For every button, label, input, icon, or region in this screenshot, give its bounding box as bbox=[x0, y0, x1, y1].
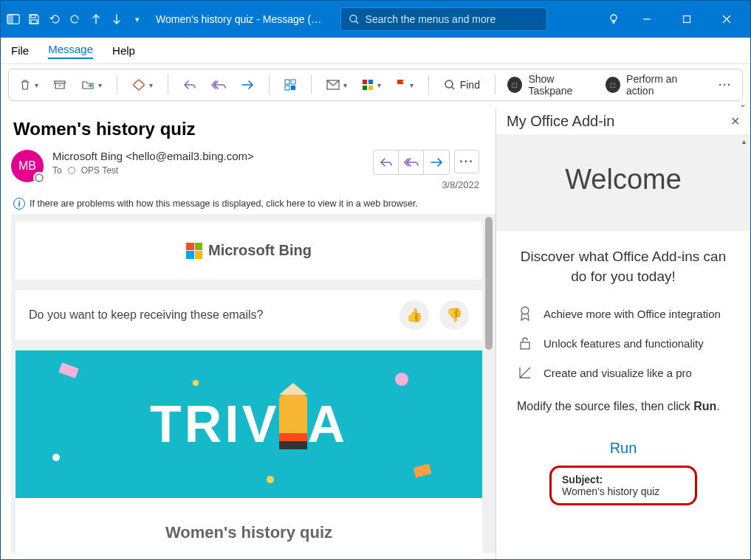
svg-rect-11 bbox=[285, 86, 289, 90]
search-icon bbox=[349, 13, 360, 25]
feature-text: Achieve more with Office integration bbox=[543, 308, 721, 320]
ribbon-collapse-icon[interactable]: ⌄ bbox=[739, 99, 747, 109]
info-bar[interactable]: i If there are problems with how this me… bbox=[13, 198, 495, 210]
addin-badge-icon: ⬚ bbox=[606, 77, 621, 93]
svg-rect-7 bbox=[684, 16, 690, 23]
reply-button[interactable] bbox=[180, 77, 199, 93]
keep-receiving-text: Do you want to keep receiving these emai… bbox=[29, 308, 264, 322]
taskpane-close-button[interactable]: ✕ bbox=[730, 114, 740, 128]
modify-instruction: Modify the source files, then click Run. bbox=[517, 400, 730, 413]
svg-rect-16 bbox=[363, 86, 367, 90]
email-date: 3/8/2022 bbox=[442, 179, 479, 190]
scrollbar-thumb[interactable] bbox=[485, 217, 493, 350]
feature-item: Achieve more with Office integration bbox=[517, 305, 730, 322]
subject-label: Subject: bbox=[562, 474, 685, 485]
arrow-up-icon[interactable] bbox=[89, 13, 103, 26]
ribbon: ▾ ▾ ▾ ▾ ▾ ▾ Find ⬚ Show Taskpane ⬚ bbox=[8, 69, 743, 101]
qat-customize-icon[interactable]: ▾ bbox=[131, 13, 144, 26]
svg-rect-14 bbox=[363, 80, 367, 84]
email-body: Microsoft Bing Do you want to keep recei… bbox=[11, 214, 495, 553]
bing-logo: Microsoft Bing bbox=[29, 232, 469, 269]
run-button[interactable]: Run bbox=[517, 440, 730, 457]
report-button[interactable]: ▾ bbox=[129, 75, 156, 94]
feature-text: Unlock features and functionality bbox=[543, 337, 704, 350]
move-button[interactable]: ▾ bbox=[78, 76, 105, 94]
flag-button[interactable]: ▾ bbox=[393, 76, 416, 94]
quiz-title: Women's history quiz bbox=[29, 508, 469, 553]
scroll-up-icon[interactable]: ▴ bbox=[738, 137, 749, 148]
svg-rect-8 bbox=[55, 81, 65, 83]
sender-avatar[interactable]: MB bbox=[11, 150, 44, 182]
redo-icon[interactable] bbox=[69, 13, 82, 26]
svg-point-18 bbox=[445, 80, 453, 88]
perform-action-button[interactable]: ⬚ Perform an action bbox=[606, 73, 703, 97]
trivia-logo: TRIVA bbox=[150, 395, 348, 454]
svg-rect-9 bbox=[285, 80, 289, 84]
to-value: OPS Test bbox=[81, 165, 118, 176]
microsoft-logo-icon bbox=[186, 243, 202, 259]
menu-message[interactable]: Message bbox=[48, 43, 93, 59]
trivia-banner: TRIVA bbox=[16, 350, 482, 498]
mark-unread-button[interactable]: ▾ bbox=[323, 77, 350, 93]
svg-rect-15 bbox=[368, 80, 373, 84]
search-box[interactable] bbox=[340, 7, 547, 31]
archive-button[interactable] bbox=[50, 76, 69, 94]
svg-rect-10 bbox=[291, 80, 295, 84]
info-bar-text: If there are problems with how this mess… bbox=[30, 198, 418, 209]
minimize-button[interactable] bbox=[634, 7, 660, 31]
addin-badge-icon: ⬚ bbox=[507, 77, 523, 93]
svg-point-5 bbox=[611, 15, 617, 21]
svg-rect-2 bbox=[31, 15, 35, 18]
header-reply-all-button[interactable] bbox=[399, 151, 424, 174]
lightbulb-icon[interactable] bbox=[607, 13, 620, 26]
undo-icon[interactable] bbox=[48, 13, 61, 26]
taskpane: My Office Add-in ✕ ▴ Welcome Discover wh… bbox=[495, 108, 750, 560]
header-more-button[interactable]: ··· bbox=[454, 150, 479, 173]
feature-text: Create and visualize like a pro bbox=[543, 367, 692, 379]
title-bar: ▾ Women's history quiz - Message (HT... bbox=[1, 1, 750, 38]
show-taskpane-label: Show Taskpane bbox=[528, 73, 596, 97]
design-icon bbox=[517, 364, 533, 381]
save-icon[interactable] bbox=[27, 13, 41, 26]
presence-icon bbox=[68, 167, 75, 174]
maximize-button[interactable] bbox=[673, 7, 700, 31]
menu-bar: File Message Help bbox=[1, 38, 750, 64]
categorize-button[interactable]: ▾ bbox=[359, 76, 384, 94]
reading-pane: Women's history quiz MB Microsoft Bing <… bbox=[1, 108, 495, 560]
menu-file[interactable]: File bbox=[11, 44, 29, 57]
welcome-heading: Welcome bbox=[496, 134, 750, 231]
thumbs-down-button[interactable]: 👎 bbox=[439, 300, 469, 330]
show-taskpane-button[interactable]: ⬚ Show Taskpane bbox=[507, 73, 597, 97]
svg-rect-1 bbox=[7, 15, 13, 24]
window-title: Women's history quiz - Message (HT... bbox=[156, 13, 326, 25]
info-icon: i bbox=[13, 198, 25, 210]
email-subject: Women's history quiz bbox=[13, 119, 495, 139]
find-button[interactable]: Find bbox=[441, 76, 483, 94]
reply-all-button[interactable] bbox=[208, 77, 229, 93]
feature-item: Create and visualize like a pro bbox=[517, 364, 730, 381]
more-commands-button[interactable]: ··· bbox=[716, 76, 735, 94]
menu-help[interactable]: Help bbox=[112, 44, 135, 57]
close-button[interactable] bbox=[713, 7, 740, 31]
feature-item: Unlock features and functionality bbox=[517, 335, 730, 351]
taskpane-tagline: Discover what Office Add-ins can do for … bbox=[517, 247, 730, 286]
to-label: To bbox=[52, 165, 62, 176]
arrow-down-icon[interactable] bbox=[110, 13, 123, 26]
find-label: Find bbox=[460, 79, 480, 91]
perform-action-label: Perform an action bbox=[626, 73, 702, 97]
header-forward-button[interactable] bbox=[424, 151, 449, 174]
sender-from: Microsoft Bing <hello@email3.bing.com> bbox=[52, 150, 254, 162]
header-reply-button[interactable] bbox=[374, 151, 399, 174]
app-icon bbox=[7, 13, 20, 26]
lock-icon bbox=[517, 335, 533, 351]
subject-result-box: Subject: Women's history quiz bbox=[549, 466, 697, 505]
ribbon-badge-icon bbox=[517, 305, 533, 322]
svg-rect-20 bbox=[521, 342, 529, 349]
search-input[interactable] bbox=[366, 13, 539, 25]
taskpane-title: My Office Add-in bbox=[507, 113, 614, 130]
apps-button[interactable] bbox=[281, 76, 299, 94]
delete-button[interactable]: ▾ bbox=[16, 76, 41, 94]
forward-button[interactable] bbox=[238, 77, 257, 93]
svg-rect-17 bbox=[368, 86, 373, 90]
thumbs-up-button[interactable]: 👍 bbox=[399, 300, 429, 330]
